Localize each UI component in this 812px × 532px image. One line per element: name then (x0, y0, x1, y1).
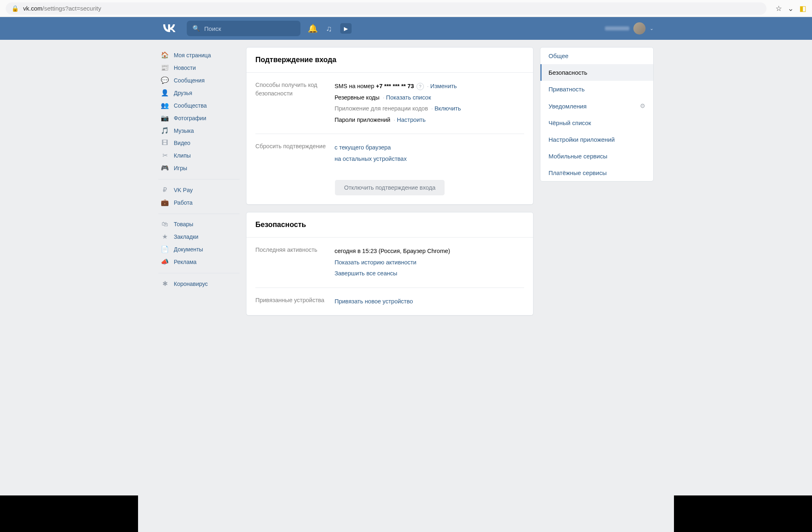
link-new-device-link[interactable]: Привязать новое устройство (335, 298, 413, 305)
sidebar-item-label: Товары (174, 221, 193, 227)
sidebar-item[interactable]: 📰Новости (158, 61, 240, 74)
nav-icon: ₽ (161, 186, 169, 194)
tab-label: Чёрный список (549, 119, 591, 126)
tab-label: Безопасность (549, 69, 587, 76)
configure-passwords-link[interactable]: Настроить (397, 117, 425, 123)
nav-icon: 🎮 (161, 164, 169, 172)
nav-icon: 💼 (161, 199, 169, 206)
sidebar-item-label: Сообщения (174, 77, 205, 84)
lock-icon: 🔒 (11, 5, 19, 12)
tab-label: Платёжные сервисы (549, 169, 607, 176)
nav-icon: 👥 (161, 102, 169, 109)
show-activity-history-link[interactable]: Показать историю активности (335, 259, 417, 266)
sidebar-item-label: Музыка (174, 128, 194, 134)
sidebar-item[interactable]: 📄Документы (158, 243, 240, 255)
sidebar-item[interactable]: 👤Друзья (158, 87, 240, 99)
sidebar-item-label: Фотографии (174, 115, 206, 121)
reset-current-browser-link[interactable]: с текущего браузера (335, 144, 391, 151)
sidebar-item[interactable]: ✱Коронавирус (158, 277, 240, 290)
nav-icon: 🎵 (161, 127, 169, 134)
tab-label: Общее (549, 52, 568, 59)
nav-icon: ✂ (161, 151, 169, 159)
sidebar-item-label: Документы (174, 246, 203, 253)
bookmark-flag-icon[interactable]: ◧ (799, 4, 806, 13)
security-panel: Безопасность Последняя активность сегодн… (246, 212, 533, 316)
sidebar-item[interactable]: 💬Сообщения (158, 74, 240, 87)
sidebar-item[interactable]: 🎞Видео (158, 137, 240, 149)
end-all-sessions-link[interactable]: Завершить все сеансы (335, 270, 397, 277)
divider (158, 179, 240, 179)
url-field[interactable]: 🔒 vk.com/settings?act=security (6, 2, 767, 15)
pocket-icon[interactable]: ⌄ (788, 4, 794, 13)
nav-icon: ✱ (161, 280, 169, 288)
sidebar-item[interactable]: 🏠Моя страница (158, 49, 240, 61)
tab-label: Уведомления (549, 103, 587, 110)
search-box[interactable]: 🔍 (187, 21, 300, 36)
row-label: Способы получить код безопасности (255, 81, 326, 125)
sidebar-item[interactable]: ₽VK Pay (158, 184, 240, 196)
decorative-mask (0, 495, 812, 532)
notifications-icon[interactable]: 🔔 (308, 24, 318, 33)
music-icon[interactable]: ♫ (326, 24, 332, 33)
settings-tab[interactable]: Настройки приложений (540, 131, 653, 148)
enable-app-link[interactable]: Включить (434, 105, 461, 112)
sidebar-item-label: Видео (174, 140, 190, 146)
panel-title: Подтверждение входа (246, 48, 533, 73)
settings-tab[interactable]: Чёрный список (540, 115, 653, 131)
change-sms-link[interactable]: Изменить (430, 83, 457, 89)
left-navigation: 🏠Моя страница📰Новости💬Сообщения👤Друзья👥С… (158, 47, 240, 295)
star-icon[interactable]: ☆ (775, 4, 782, 13)
settings-tab[interactable]: Приватность (540, 81, 653, 97)
sidebar-item[interactable]: ★Закладки (158, 230, 240, 243)
chevron-down-icon: ⌄ (650, 26, 654, 31)
sms-line: SMS на номер +7 *** *** ** 73 ? ·Изменит… (335, 81, 524, 92)
disable-confirmation-button[interactable]: Отключить подтверждение входа (335, 180, 444, 195)
sidebar-item-label: Сообщества (174, 102, 207, 109)
sidebar-item[interactable]: 💼Работа (158, 196, 240, 209)
search-input[interactable] (204, 25, 295, 32)
sidebar-item[interactable]: 🎮Игры (158, 162, 240, 174)
sidebar-item-label: Клипы (174, 152, 191, 159)
tab-label: Мобильные сервисы (549, 153, 607, 160)
row-label: Сбросить подтверждение (255, 142, 326, 164)
browser-address-bar: 🔒 vk.com/settings?act=security ☆ ⌄ ◧ (0, 0, 812, 17)
sidebar-item[interactable]: 📷Фотографии (158, 112, 240, 124)
row-label: Последняя активность (255, 246, 326, 279)
help-icon[interactable]: ? (417, 83, 424, 90)
url-host: vk.com (23, 5, 43, 12)
settings-tab[interactable]: Общее (540, 48, 653, 64)
user-menu[interactable]: ⌄ (605, 22, 654, 35)
nav-icon: 📣 (161, 258, 169, 266)
sidebar-item[interactable]: 📣Реклама (158, 255, 240, 268)
sidebar-item[interactable]: 🎵Музыка (158, 124, 240, 137)
sidebar-item-label: Закладки (174, 234, 199, 240)
settings-tab[interactable]: Уведомления⚙ (540, 97, 653, 115)
settings-tab[interactable]: Мобильные сервисы (540, 148, 653, 164)
settings-tab[interactable]: Безопасность (540, 64, 653, 81)
browser-toolbar-icons: ☆ ⌄ ◧ (775, 4, 806, 13)
gear-icon[interactable]: ⚙ (640, 102, 645, 110)
nav-icon: 🎞 (161, 139, 169, 147)
nav-icon: 📄 (161, 245, 169, 253)
settings-tab[interactable]: Платёжные сервисы (540, 164, 653, 181)
sidebar-item-label: Друзья (174, 90, 192, 96)
sidebar-item-label: Коронавирус (174, 281, 208, 287)
nav-icon: 💬 (161, 76, 169, 84)
vk-logo[interactable] (158, 22, 179, 35)
settings-tabs: ОбщееБезопасностьПриватностьУведомления⚙… (540, 47, 654, 182)
nav-icon: 🛍 (161, 221, 169, 228)
divider (158, 214, 240, 214)
backup-codes-line: Резервные коды ·Показать список (335, 92, 524, 104)
sidebar-item-label: Игры (174, 165, 187, 171)
login-confirmation-panel: Подтверждение входа Способы получить код… (246, 47, 533, 205)
sidebar-item-label: Новости (174, 65, 196, 71)
sidebar-item[interactable]: ✂Клипы (158, 149, 240, 162)
reset-other-devices-link[interactable]: на остальных устройствах (335, 156, 407, 162)
tab-label: Настройки приложений (549, 136, 615, 143)
sidebar-item[interactable]: 🛍Товары (158, 218, 240, 230)
sidebar-item[interactable]: 👥Сообщества (158, 99, 240, 112)
user-name-blurred (605, 26, 629, 30)
nav-icon: 📷 (161, 114, 169, 122)
show-backup-codes-link[interactable]: Показать список (386, 94, 431, 101)
video-play-icon[interactable]: ▶ (340, 23, 352, 34)
